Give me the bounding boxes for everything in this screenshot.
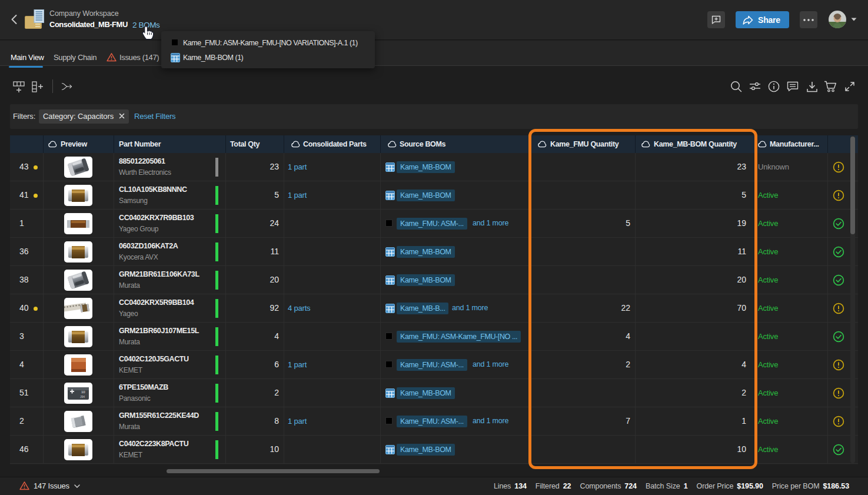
svg-text:10: 10 — [81, 390, 85, 394]
svg-text:J94: J94 — [80, 395, 85, 398]
